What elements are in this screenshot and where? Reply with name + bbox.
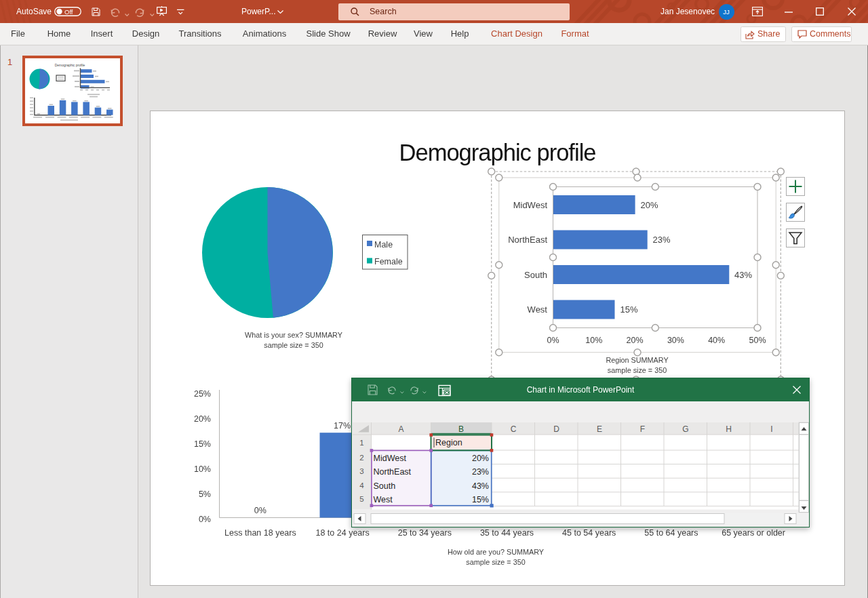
svg-text:Region SUMMARY: Region SUMMARY <box>606 356 668 364</box>
svg-text:15%: 15% <box>620 304 638 315</box>
svg-text:43%: 43% <box>472 481 489 491</box>
svg-text:NorthEast: NorthEast <box>374 467 412 477</box>
svg-text:NorthEast: NorthEast <box>508 235 547 245</box>
svg-text:20%: 20% <box>627 336 644 345</box>
svg-text:65 years or older: 65 years or older <box>722 528 785 538</box>
svg-text:18 to 24 years: 18 to 24 years <box>315 528 369 538</box>
svg-text:20%: 20% <box>641 200 658 210</box>
svg-text:Male: Male <box>374 240 393 250</box>
svg-text:West: West <box>528 304 548 315</box>
svg-text:43%: 43% <box>734 270 752 280</box>
svg-text:2: 2 <box>359 454 363 462</box>
svg-text:B: B <box>458 424 464 434</box>
svg-text:Female: Female <box>374 257 403 266</box>
svg-text:G: G <box>682 424 688 434</box>
svg-text:How old are you? SUMMARY: How old are you? SUMMARY <box>448 548 544 556</box>
svg-text:0%: 0% <box>547 336 559 345</box>
svg-text:5%: 5% <box>199 490 211 499</box>
svg-text:4: 4 <box>359 481 364 490</box>
svg-text:15%: 15% <box>194 439 211 449</box>
svg-text:I: I <box>770 424 772 434</box>
svg-text:South: South <box>374 481 396 491</box>
svg-text:sample size = 350: sample size = 350 <box>466 558 525 566</box>
svg-text:sample size = 350: sample size = 350 <box>264 341 323 349</box>
svg-text:5: 5 <box>359 495 363 503</box>
svg-text:35 to 44 years: 35 to 44 years <box>480 528 534 538</box>
svg-text:What is your sex? SUMMARY: What is your sex? SUMMARY <box>245 331 342 339</box>
svg-text:25 to 34 years: 25 to 34 years <box>398 528 452 538</box>
svg-text:1: 1 <box>359 439 363 447</box>
svg-text:A: A <box>398 424 403 434</box>
svg-text:40%: 40% <box>708 336 725 345</box>
svg-text:20%: 20% <box>472 454 489 463</box>
svg-text:E: E <box>597 424 602 434</box>
svg-text:0%: 0% <box>199 515 211 524</box>
svg-text:MidWest: MidWest <box>513 200 548 210</box>
svg-text:15%: 15% <box>472 495 489 504</box>
svg-text:C: C <box>511 424 517 434</box>
svg-text:Region: Region <box>435 438 462 447</box>
svg-text:23%: 23% <box>472 467 489 477</box>
svg-text:20%: 20% <box>194 414 211 424</box>
svg-text:10%: 10% <box>194 464 211 474</box>
svg-text:0%: 0% <box>254 506 267 515</box>
svg-text:23%: 23% <box>653 235 671 245</box>
svg-text:West: West <box>374 495 393 504</box>
svg-text:55 to 64 years: 55 to 64 years <box>644 528 698 538</box>
svg-text:F: F <box>640 424 645 434</box>
svg-text:10%: 10% <box>585 336 602 345</box>
svg-text:Demographic profile: Demographic profile <box>399 140 597 165</box>
svg-text:Less than 18 years: Less than 18 years <box>224 528 296 538</box>
svg-text:30%: 30% <box>667 336 684 345</box>
svg-text:D: D <box>553 424 559 434</box>
svg-text:17%: 17% <box>334 421 351 431</box>
svg-text:50%: 50% <box>749 336 766 345</box>
svg-text:45 to 54 years: 45 to 54 years <box>562 528 616 538</box>
svg-text:25%: 25% <box>194 389 211 399</box>
svg-text:MidWest: MidWest <box>374 454 407 463</box>
svg-text:3: 3 <box>359 467 363 475</box>
svg-text:South: South <box>524 270 547 280</box>
svg-text:H: H <box>726 424 732 434</box>
svg-text:sample size = 350: sample size = 350 <box>608 366 667 374</box>
